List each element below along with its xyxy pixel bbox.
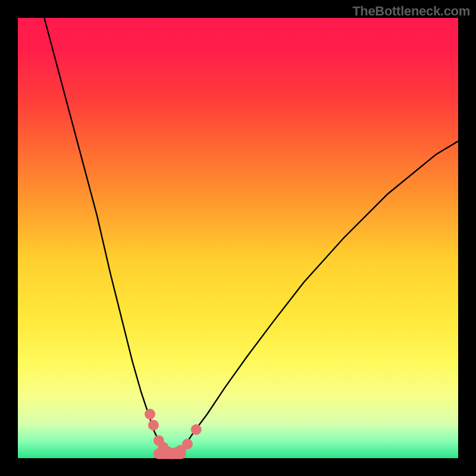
marker-dot [191,424,202,435]
marker-dot [145,409,155,419]
curve-layer [18,18,458,458]
curve-left-branch [44,18,172,454]
curve-right-branch [172,141,458,453]
chart-frame: TheBottleneck.com [0,0,476,476]
marker-dot [148,420,159,431]
watermark-text: TheBottleneck.com [352,4,470,19]
plot-area [18,18,458,458]
marker-dot [182,439,193,449]
